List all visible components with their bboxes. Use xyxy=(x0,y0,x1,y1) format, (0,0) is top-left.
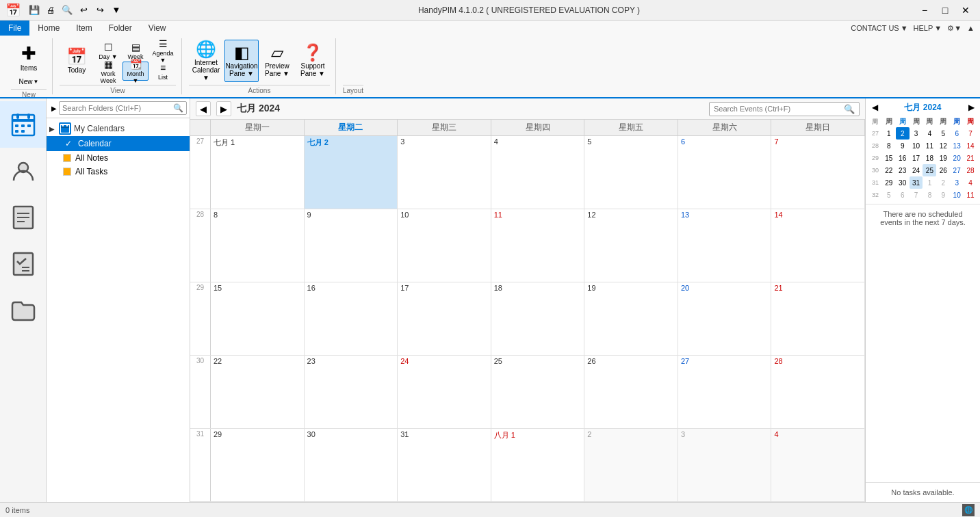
mini-day-22[interactable]: 22 xyxy=(882,164,896,176)
cal-cell-jul22[interactable]: 22 xyxy=(211,356,305,428)
mini-day-7[interactable]: 7 xyxy=(964,127,977,140)
cal-cell-aug1[interactable]: 八月 1 xyxy=(491,429,585,501)
cal-cell-jul18[interactable]: 18 xyxy=(491,282,585,355)
close-btn[interactable]: ✕ xyxy=(957,3,975,17)
list-btn[interactable]: ≡ List xyxy=(150,62,176,81)
mini-day-aug6[interactable]: 6 xyxy=(896,189,910,201)
cal-cell-jul31[interactable]: 31 xyxy=(398,429,491,501)
mini-day-26[interactable]: 26 xyxy=(936,164,950,176)
mini-day-aug4[interactable]: 4 xyxy=(964,176,977,189)
mini-day-30[interactable]: 30 xyxy=(896,176,910,189)
mini-day-19[interactable]: 19 xyxy=(936,152,950,164)
mini-day-aug3[interactable]: 3 xyxy=(950,176,964,189)
maximize-btn[interactable]: □ xyxy=(936,3,954,17)
cal-cell-aug4[interactable]: 4 xyxy=(771,429,865,501)
mini-day-9[interactable]: 9 xyxy=(896,140,910,152)
sidebar-calendar-btn[interactable] xyxy=(0,101,46,148)
navigation-pane-btn[interactable]: ◧ NavigationPane ▼ xyxy=(224,40,259,82)
cal-cell-jul1[interactable]: 七月 1 xyxy=(211,136,305,209)
cal-cell-jul4[interactable]: 4 xyxy=(491,136,585,209)
mini-day-15[interactable]: 15 xyxy=(882,152,896,164)
mini-day-12[interactable]: 12 xyxy=(936,140,950,152)
nav-expand-btn[interactable]: ▶ xyxy=(49,103,59,113)
cal-prev-btn[interactable]: ◀ xyxy=(196,101,211,116)
cal-cell-jul20[interactable]: 20 xyxy=(678,282,772,355)
contact-us-btn[interactable]: CONTACT US ▼ xyxy=(851,24,907,32)
nav-all-tasks-item[interactable]: All Tasks xyxy=(47,165,190,178)
new-item-dropdown[interactable]: New ▼ xyxy=(11,76,47,88)
cal-cell-jul24[interactable]: 24 xyxy=(398,356,491,428)
tab-folder[interactable]: Folder xyxy=(101,21,140,36)
cal-cell-jul10[interactable]: 10 xyxy=(398,209,491,282)
nav-search-input[interactable] xyxy=(62,104,173,112)
cal-cell-jul3[interactable]: 3 xyxy=(398,136,491,209)
cal-cell-jul21[interactable]: 21 xyxy=(771,282,865,355)
qa-redo-btn[interactable]: ↪ xyxy=(93,3,107,17)
qa-customize-btn[interactable]: ▼ xyxy=(109,3,123,17)
cal-cell-jul13[interactable]: 13 xyxy=(678,209,772,282)
sidebar-notes-btn[interactable] xyxy=(0,194,46,241)
agenda-btn[interactable]: ☰ Agenda ▼ xyxy=(150,41,176,60)
tab-view[interactable]: View xyxy=(140,21,175,36)
mini-day-1[interactable]: 1 xyxy=(882,127,896,140)
week-btn[interactable]: ▤ Week xyxy=(122,41,149,60)
cal-cell-jul17[interactable]: 17 xyxy=(398,282,491,355)
day-btn[interactable]: ☐ Day ▼ xyxy=(95,41,121,60)
nav-my-calendars-header[interactable]: ▶ My Calendars xyxy=(47,121,190,136)
cal-cell-jul25[interactable]: 25 xyxy=(491,356,585,428)
mini-day-23[interactable]: 23 xyxy=(896,164,910,176)
tab-home[interactable]: Home xyxy=(29,21,68,36)
cal-cell-jul27[interactable]: 27 xyxy=(678,356,772,428)
mini-day-20[interactable]: 20 xyxy=(950,152,964,164)
sidebar-contacts-btn[interactable] xyxy=(0,148,46,194)
cal-cell-aug3[interactable]: 3 xyxy=(678,429,772,501)
mini-day-3[interactable]: 3 xyxy=(910,127,923,140)
help-btn[interactable]: HELP ▼ xyxy=(914,24,942,32)
qa-save-btn[interactable]: 💾 xyxy=(27,3,41,17)
mini-day-11[interactable]: 11 xyxy=(923,140,936,152)
mini-day-aug10[interactable]: 10 xyxy=(950,189,964,201)
cal-cell-jul9[interactable]: 9 xyxy=(305,209,398,282)
mini-day-aug9[interactable]: 9 xyxy=(936,189,950,201)
settings-btn[interactable]: ⚙▼ xyxy=(947,24,962,33)
mini-day-aug7[interactable]: 7 xyxy=(910,189,923,201)
qa-search-btn[interactable]: 🔍 xyxy=(60,3,74,17)
cal-search-box[interactable]: 🔍 xyxy=(709,102,860,116)
mini-day-25[interactable]: 25 xyxy=(923,164,936,176)
cal-cell-aug2[interactable]: 2 xyxy=(584,429,678,501)
mini-day-29[interactable]: 29 xyxy=(882,176,896,189)
cal-cell-jul14[interactable]: 14 xyxy=(771,209,865,282)
today-btn[interactable]: 📅 Today xyxy=(60,40,94,82)
cal-cell-jul23[interactable]: 23 xyxy=(305,356,398,428)
mini-day-10[interactable]: 10 xyxy=(910,140,923,152)
mini-day-28[interactable]: 28 xyxy=(964,164,977,176)
mini-cal-next[interactable]: ▶ xyxy=(965,101,977,114)
sidebar-tasks-btn[interactable] xyxy=(0,241,46,287)
minimize-btn[interactable]: − xyxy=(916,3,933,17)
cal-cell-jul12[interactable]: 12 xyxy=(584,209,678,282)
mini-day-aug8[interactable]: 8 xyxy=(923,189,936,201)
cal-search-input[interactable] xyxy=(714,105,844,113)
tab-item[interactable]: Item xyxy=(68,21,100,36)
mini-day-6[interactable]: 6 xyxy=(950,127,964,140)
cal-cell-jul28[interactable]: 28 xyxy=(771,356,865,428)
mini-day-aug5[interactable]: 5 xyxy=(882,189,896,201)
mini-day-27[interactable]: 27 xyxy=(950,164,964,176)
mini-day-aug11[interactable]: 11 xyxy=(964,189,977,201)
cal-cell-jul8[interactable]: 8 xyxy=(211,209,305,282)
sidebar-folders-btn[interactable] xyxy=(0,287,46,334)
cal-cell-jul15[interactable]: 15 xyxy=(211,282,305,355)
mini-day-31[interactable]: 31 xyxy=(910,176,923,189)
mini-day-aug1[interactable]: 1 xyxy=(923,176,936,189)
mini-day-2[interactable]: 2 xyxy=(896,127,910,140)
mini-day-17[interactable]: 17 xyxy=(910,152,923,164)
cal-cell-jul29[interactable]: 29 xyxy=(211,429,305,501)
cal-cell-jul2[interactable]: 七月 2 xyxy=(305,136,398,209)
mini-day-16[interactable]: 16 xyxy=(896,152,910,164)
new-item-top[interactable]: ✚ Items xyxy=(11,38,47,76)
cal-cell-jul6[interactable]: 6 xyxy=(678,136,772,209)
cal-cell-jul16[interactable]: 16 xyxy=(305,282,398,355)
qa-print-btn[interactable]: 🖨 xyxy=(44,3,57,17)
internet-calendar-btn[interactable]: 🌐 InternetCalendar ▼ xyxy=(189,40,223,82)
support-pane-btn[interactable]: ❓ SupportPane ▼ xyxy=(296,40,330,82)
